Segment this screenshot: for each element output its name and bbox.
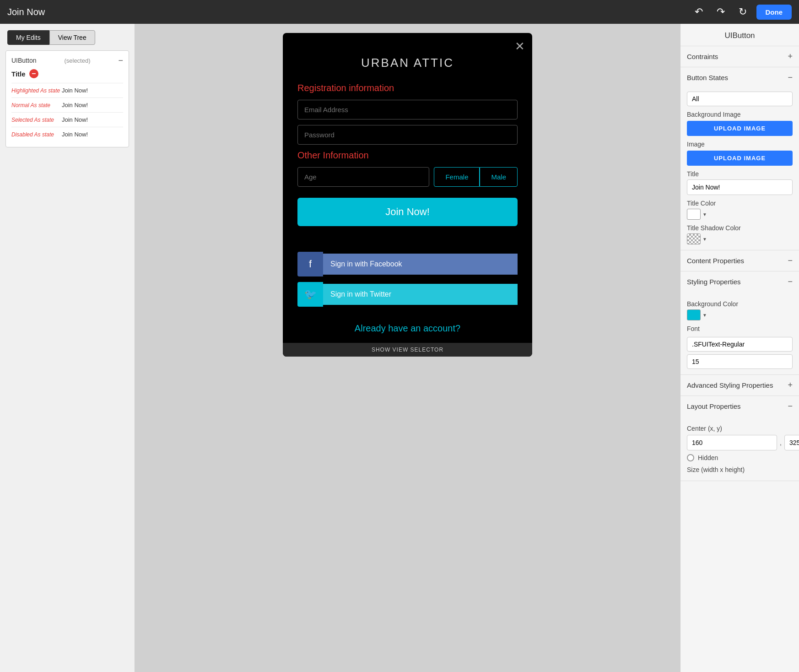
- twitter-icon: 🐦: [297, 282, 323, 307]
- male-button[interactable]: Male: [480, 167, 518, 187]
- twitter-signin-button[interactable]: 🐦 Sign in with Twitter: [297, 282, 518, 307]
- button-states-header[interactable]: Button States −: [680, 67, 799, 88]
- center-y-input[interactable]: [784, 435, 799, 450]
- state-label-selected: Selected As state: [11, 117, 62, 123]
- content-properties-icon[interactable]: −: [788, 256, 793, 266]
- title-shadow-color-row: ▼: [687, 233, 793, 244]
- canvas-area: ✕ URBAN ATTIC Registration information O…: [135, 24, 680, 672]
- facebook-label: Sign in with Facebook: [323, 254, 518, 275]
- other-info-row: Female Male: [283, 167, 532, 194]
- advanced-styling-icon[interactable]: +: [788, 380, 793, 390]
- styling-properties-icon[interactable]: −: [788, 277, 793, 287]
- already-account-text[interactable]: Already have an account?: [283, 312, 532, 343]
- female-button[interactable]: Female: [434, 167, 480, 187]
- font-label: Font: [687, 325, 793, 332]
- styling-properties-label: Styling Properties: [687, 278, 741, 286]
- state-row-disabled: Disabled As state Join Now!: [11, 127, 123, 141]
- content-properties-header[interactable]: Content Properties −: [680, 250, 799, 271]
- center-x-input[interactable]: [687, 435, 777, 450]
- font-size-select[interactable]: 15 12 14 16 18 20: [687, 354, 793, 369]
- undo-button[interactable]: ↶: [691, 4, 707, 20]
- button-state-select[interactable]: All Highlighted Normal Selected Disabled: [687, 92, 793, 106]
- state-label-normal: Normal As state: [11, 102, 62, 108]
- app-title: URBAN ATTIC: [283, 33, 532, 83]
- gender-buttons: Female Male: [434, 167, 518, 187]
- tree-panel: UIButton (selected) − Title − Highlighte…: [5, 50, 129, 147]
- show-view-selector[interactable]: SHOW VIEW SELECTOR: [283, 343, 532, 357]
- password-input[interactable]: [297, 125, 518, 145]
- content-properties-label: Content Properties: [687, 257, 744, 265]
- bg-image-label: Background Image: [687, 111, 793, 118]
- tree-collapse-button[interactable]: −: [118, 56, 123, 65]
- state-row-normal: Normal As state Join Now!: [11, 98, 123, 112]
- upload-bg-button[interactable]: UPLOAD IMAGE: [687, 121, 793, 136]
- join-now-button[interactable]: Join Now!: [297, 198, 518, 226]
- refresh-button[interactable]: ↻: [734, 4, 751, 20]
- constraints-expand-icon[interactable]: +: [788, 52, 793, 61]
- tabs-bar: My Edits View Tree: [0, 24, 135, 45]
- topbar: Join Now ↶ ↷ ↻ Done: [0, 0, 799, 24]
- image-label: Image: [687, 141, 793, 148]
- state-row-highlighted: Highlighted As state Join Now!: [11, 83, 123, 98]
- hidden-label: Hidden: [698, 454, 718, 461]
- state-value-selected: Join Now!: [62, 116, 88, 123]
- styling-properties-section: Styling Properties − Background Color ▼ …: [680, 271, 799, 375]
- center-row: ,: [687, 435, 793, 450]
- title-shadow-label: Title Shadow Color: [687, 224, 793, 232]
- title-color-swatch[interactable]: [687, 209, 701, 220]
- tab-view-tree[interactable]: View Tree: [49, 30, 95, 45]
- advanced-styling-section: Advanced Styling Properties +: [680, 375, 799, 396]
- state-row-selected: Selected As state Join Now!: [11, 112, 123, 127]
- twitter-label: Sign in with Twitter: [323, 284, 518, 305]
- layout-properties-body: Center (x, y) , Hidden Size (width x hei…: [680, 417, 799, 481]
- done-button[interactable]: Done: [756, 5, 792, 20]
- title-color-dropdown-arrow[interactable]: ▼: [702, 212, 707, 217]
- right-panel-header: UIButton: [680, 24, 799, 46]
- layout-properties-icon[interactable]: −: [788, 401, 793, 411]
- email-input[interactable]: [297, 100, 518, 119]
- state-value-disabled: Join Now!: [62, 131, 88, 138]
- advanced-styling-label: Advanced Styling Properties: [687, 381, 773, 389]
- hidden-radio[interactable]: [687, 454, 694, 461]
- button-states-body: All Highlighted Normal Selected Disabled…: [680, 88, 799, 250]
- tab-my-edits[interactable]: My Edits: [7, 30, 49, 45]
- bg-color-label: Background Color: [687, 300, 793, 308]
- facebook-icon: f: [297, 252, 323, 276]
- title-color-row: ▼: [687, 209, 793, 220]
- age-input[interactable]: [297, 167, 429, 187]
- tree-header: UIButton (selected) −: [11, 56, 123, 65]
- advanced-styling-header[interactable]: Advanced Styling Properties +: [680, 375, 799, 396]
- content-properties-section: Content Properties −: [680, 250, 799, 271]
- close-icon[interactable]: ✕: [515, 39, 525, 54]
- layout-properties-header[interactable]: Layout Properties −: [680, 396, 799, 417]
- title-shadow-dropdown-arrow[interactable]: ▼: [702, 237, 707, 242]
- layout-properties-label: Layout Properties: [687, 402, 741, 410]
- title-input[interactable]: [687, 179, 793, 195]
- state-rows: Highlighted As state Join Now! Normal As…: [11, 83, 123, 141]
- title-shadow-swatch[interactable]: [687, 233, 701, 244]
- styling-properties-header[interactable]: Styling Properties −: [680, 271, 799, 292]
- constraints-label: Contraints: [687, 53, 718, 60]
- main-layout: My Edits View Tree UIButton (selected) −…: [0, 24, 799, 672]
- font-select[interactable]: .SFUIText-Regular: [687, 337, 793, 352]
- center-label: Center (x, y): [687, 425, 793, 432]
- tree-selected-label: (selected): [64, 57, 90, 64]
- left-panel: My Edits View Tree UIButton (selected) −…: [0, 24, 135, 672]
- phone-frame: ✕ URBAN ATTIC Registration information O…: [283, 33, 532, 357]
- hidden-row: Hidden: [687, 454, 793, 461]
- redo-button[interactable]: ↷: [713, 4, 729, 20]
- tree-type: UIButton: [11, 57, 36, 64]
- bg-color-swatch[interactable]: [687, 309, 701, 320]
- state-label-highlighted: Highlighted As state: [11, 87, 62, 94]
- state-label-disabled: Disabled As state: [11, 131, 62, 138]
- divider: [283, 233, 532, 252]
- constraints-header[interactable]: Contraints +: [680, 46, 799, 67]
- facebook-signin-button[interactable]: f Sign in with Facebook: [297, 252, 518, 276]
- styling-properties-body: Background Color ▼ Font .SFUIText-Regula…: [680, 292, 799, 374]
- title-color-label: Title Color: [687, 200, 793, 207]
- section-minus-button[interactable]: −: [29, 69, 38, 78]
- bg-color-dropdown-arrow[interactable]: ▼: [702, 313, 707, 318]
- upload-image-button[interactable]: UPLOAD IMAGE: [687, 151, 793, 166]
- button-states-label: Button States: [687, 74, 728, 81]
- button-states-collapse-icon[interactable]: −: [788, 73, 793, 82]
